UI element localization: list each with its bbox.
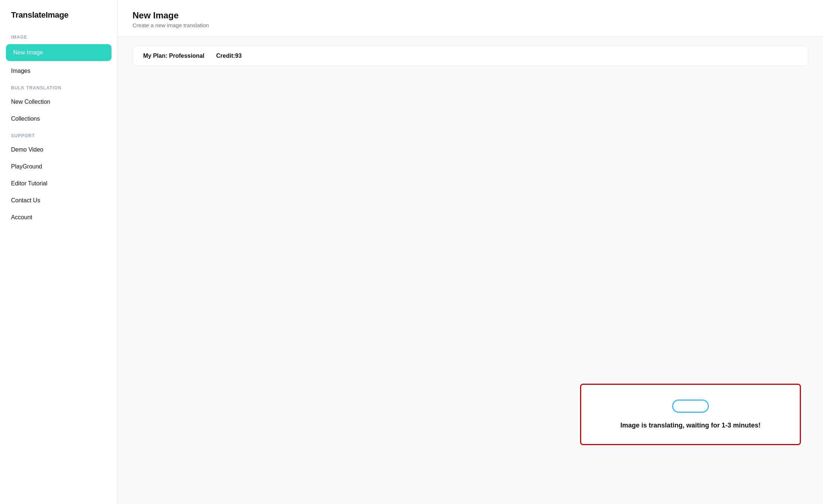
plan-label: My Plan: Professional: [143, 53, 204, 59]
sidebar-item-collections[interactable]: Collections: [0, 110, 117, 127]
sidebar-section-image: IMAGE: [0, 29, 117, 43]
page-header: New Image Create a new image translation: [118, 0, 823, 37]
sidebar-item-demo-video[interactable]: Demo Video: [0, 141, 117, 158]
translation-status-message: Image is translating, waiting for 1-3 mi…: [620, 422, 760, 429]
sidebar-item-contact-us[interactable]: Contact Us: [0, 192, 117, 209]
credit-label: Credit:93: [216, 53, 241, 59]
page-subtitle: Create a new image translation: [133, 22, 808, 28]
sidebar-item-new-collection[interactable]: New Collection: [0, 93, 117, 110]
main-content: New Image Create a new image translation…: [118, 0, 823, 504]
sidebar-item-new-image[interactable]: New Image: [6, 44, 112, 61]
app-logo: TranslateImage: [0, 0, 117, 29]
sidebar-section-bulk: BULK TRANSLATION: [0, 79, 117, 93]
sidebar-item-playground[interactable]: PlayGround: [0, 158, 117, 175]
plan-bar: My Plan: Professional Credit:93: [133, 46, 808, 66]
sidebar-item-account[interactable]: Account: [0, 209, 117, 226]
sidebar-section-support: SUPPORT: [0, 127, 117, 141]
loading-spinner: [672, 400, 709, 413]
sidebar: TranslateImage IMAGE New Image Images BU…: [0, 0, 118, 504]
sidebar-item-editor-tutorial[interactable]: Editor Tutorial: [0, 175, 117, 192]
sidebar-item-images[interactable]: Images: [0, 63, 117, 79]
translation-status-box: Image is translating, waiting for 1-3 mi…: [580, 384, 801, 445]
page-title: New Image: [133, 10, 808, 21]
main-body: Image is translating, waiting for 1-3 mi…: [118, 66, 823, 504]
